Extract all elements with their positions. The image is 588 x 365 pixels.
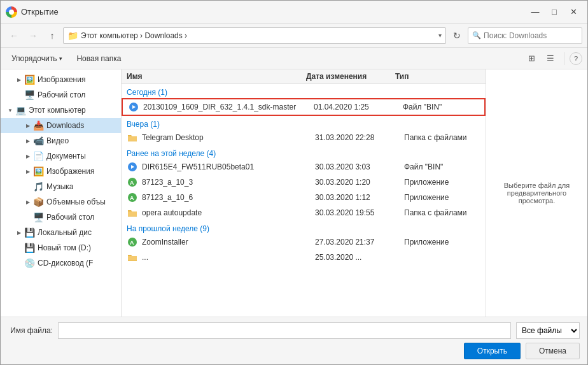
table-row[interactable]: AZoomInstaller27.03.2020 21:37Приложение <box>122 234 486 250</box>
maximize-button[interactable]: □ <box>545 5 563 19</box>
expand-arrow: ▼ <box>6 108 15 113</box>
item-icon: 📄 <box>32 150 44 162</box>
file-type: Приложение <box>404 178 480 187</box>
refresh-button[interactable]: ↻ <box>449 27 465 44</box>
file-name: Telegram Desktop <box>142 133 315 142</box>
file-list[interactable]: Сегодня (1)20130109_1609_DIR_632_1.4.1_s… <box>122 84 486 317</box>
file-type: Папка с файлами <box>404 208 480 217</box>
group-header: Вчера (1) <box>122 116 486 130</box>
address-dropdown-arrow[interactable]: ▾ <box>438 32 442 39</box>
sidebar-item-downloads[interactable]: ▶📥Downloads <box>1 118 121 133</box>
item-icon: 🖥️ <box>24 89 35 101</box>
table-row[interactable]: DIR615E4_FW511RUB05beta0130.03.2020 3:03… <box>122 159 486 175</box>
svg-text:A: A <box>130 180 134 186</box>
filename-input[interactable] <box>58 322 511 339</box>
item-label: CD-дисковод (F <box>38 259 93 268</box>
grid-view-button[interactable]: ⊞ <box>523 50 540 67</box>
sidebar-item-music[interactable]: 🎵Музыка <box>1 179 121 194</box>
sidebar-item-newvol[interactable]: 💾Новый том (D:) <box>1 240 121 255</box>
sidebar-item-images1[interactable]: ▶🖼️Изображения <box>1 72 121 87</box>
file-type: Приложение <box>404 193 480 202</box>
table-row[interactable]: ...25.03.2020 ... <box>122 250 486 265</box>
file-name: 87123_a_10_3 <box>142 178 315 187</box>
cancel-button[interactable]: Отмена <box>526 343 580 359</box>
search-input[interactable] <box>484 31 578 40</box>
expand-arrow: ▶ <box>15 77 24 83</box>
preview-text: Выберите файл для предварительного просм… <box>494 182 580 204</box>
col-name-header[interactable]: Имя <box>127 72 306 81</box>
list-view-button[interactable]: ☰ <box>542 50 559 67</box>
col-date-header[interactable]: Дата изменения <box>306 72 395 81</box>
view-controls: ⊞ ☰ ? <box>523 50 582 67</box>
open-dialog: Открытие — □ ✕ ← → ↑ 📁 Этот компьютер › … <box>0 0 588 365</box>
item-label: Объемные объы <box>46 197 106 206</box>
filename-label: Имя файла: <box>8 326 53 335</box>
expand-arrow: ▶ <box>24 138 32 144</box>
file-name: ... <box>142 253 315 262</box>
toolbar-separator <box>564 52 564 65</box>
organize-button[interactable]: Упорядочить ▾ <box>6 50 68 67</box>
item-label: Рабочий стол <box>46 213 94 222</box>
file-icon <box>127 252 138 263</box>
file-area: Имя Дата изменения Тип Сегодня (1)201301… <box>122 69 486 317</box>
file-date: 30.03.2020 1:12 <box>315 193 404 202</box>
expand-arrow: ▶ <box>24 123 32 129</box>
address-folder-icon: 📁 <box>67 31 78 41</box>
file-name: ZoomInstaller <box>142 238 315 247</box>
table-row[interactable]: Telegram Desktop31.03.2020 22:28Папка с … <box>122 130 486 145</box>
close-button[interactable]: ✕ <box>564 5 582 19</box>
new-folder-button[interactable]: Новая папка <box>71 50 127 67</box>
col-type-header[interactable]: Тип <box>395 72 472 81</box>
item-icon: 🖥️ <box>32 211 44 223</box>
sidebar-item-desktop2[interactable]: 🖥️Рабочий стол <box>1 210 121 225</box>
help-button[interactable]: ? <box>570 52 582 65</box>
file-date: 30.03.2020 19:55 <box>315 208 404 217</box>
file-icon <box>128 101 139 113</box>
forward-button[interactable]: → <box>25 27 41 44</box>
file-type: Файл "BIN" <box>403 103 479 111</box>
table-row[interactable]: A87123_a_10_330.03.2020 1:20Приложение <box>122 175 486 190</box>
address-bar[interactable]: 📁 Этот компьютер › Downloads › ▾ <box>63 27 446 44</box>
item-label: Локальный диc <box>38 228 92 237</box>
open-button[interactable]: Открыть <box>464 343 521 359</box>
minimize-button[interactable]: — <box>526 5 544 19</box>
search-box[interactable]: 🔍 <box>468 27 582 44</box>
sidebar-item-video[interactable]: ▶📹Видео <box>1 133 121 148</box>
search-icon: 🔍 <box>472 31 481 39</box>
sidebar-item-thispc[interactable]: ▼💻Этот компьютер <box>1 103 121 118</box>
main-content: ▶🖼️Изображения🖥️Рабочий стол▼💻Этот компь… <box>1 69 587 317</box>
file-date: 30.03.2020 1:20 <box>315 178 404 187</box>
sidebar-item-localdisk[interactable]: ▶💾Локальный диc <box>1 225 121 240</box>
group-header: Сегодня (1) <box>122 84 486 98</box>
file-name: opera autoupdate <box>142 208 315 217</box>
table-row[interactable]: 20130109_1609_DIR_632_1.4.1_sdk-master01… <box>122 98 486 116</box>
item-icon: 🖼️ <box>24 74 35 85</box>
expand-arrow: ▶ <box>24 154 32 159</box>
file-icon: A <box>127 192 138 203</box>
file-icon <box>127 132 138 143</box>
sidebar-item-objects3d[interactable]: ▶📦Объемные объы <box>1 194 121 210</box>
back-button[interactable]: ← <box>6 27 22 44</box>
sidebar-item-desktop1[interactable]: 🖥️Рабочий стол <box>1 87 121 103</box>
filetype-select[interactable]: Все файлы <box>516 322 580 339</box>
file-type: Папка с файлами <box>404 133 480 142</box>
expand-arrow: ▶ <box>24 199 32 205</box>
action-row: Открыть Отмена <box>8 343 580 359</box>
file-date: 31.03.2020 22:28 <box>315 133 404 142</box>
sidebar-item-images2[interactable]: ▶🖼️Изображения <box>1 164 121 179</box>
file-date: 30.03.2020 3:03 <box>315 162 404 171</box>
item-icon: 🎵 <box>32 181 44 192</box>
sidebar-item-docs[interactable]: ▶📄Документы <box>1 148 121 164</box>
svg-text:A: A <box>130 195 134 201</box>
item-icon: 💿 <box>24 257 35 269</box>
up-button[interactable]: ↑ <box>44 27 60 44</box>
file-icon <box>127 207 138 218</box>
expand-arrow: ▶ <box>24 169 32 175</box>
item-icon: 💻 <box>15 104 26 116</box>
filename-row: Имя файла: Все файлы <box>8 322 580 339</box>
file-date: 25.03.2020 ... <box>315 253 404 262</box>
sidebar-item-cddrive[interactable]: 💿CD-дисковод (F <box>1 255 121 271</box>
file-list-header: Имя Дата изменения Тип <box>122 69 486 84</box>
table-row[interactable]: A87123_a_10_630.03.2020 1:12Приложение <box>122 190 486 205</box>
table-row[interactable]: opera autoupdate30.03.2020 19:55Папка с … <box>122 205 486 220</box>
